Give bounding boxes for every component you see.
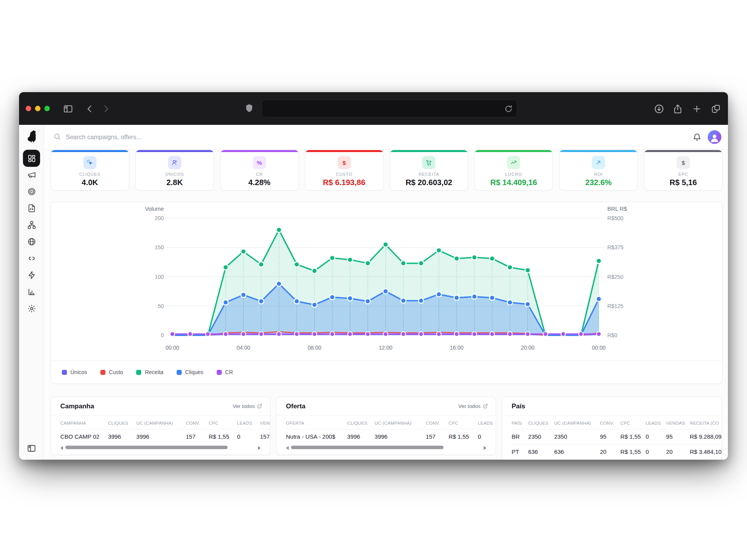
table-row: CBO CAMP 0239963996157R$ 1,550157R [60,429,270,444]
legend-label: CR [225,369,233,375]
table-row: Nutra - USA - 200$39963996157R$ 1,550157 [286,429,496,444]
column-header: CLIQUES [108,416,137,429]
tab-overview-button[interactable] [711,104,721,114]
scrollbar-thumb[interactable] [65,446,228,449]
sidebar-item-landers[interactable] [23,200,40,216]
ver-todos-link[interactable]: Ver todos [233,403,262,409]
table-cell: PT [512,444,528,460]
svg-text:R$0: R$0 [607,332,617,338]
legend-label: Únicos [70,369,87,375]
percent-glyph: % [253,156,266,169]
kpi-value: 232.6% [559,178,637,187]
reload-button[interactable] [504,104,513,114]
legend-item-cr[interactable]: CR [217,369,233,375]
column-header: CLIQUES [528,416,554,429]
scroll-left-arrow[interactable] [286,446,289,450]
cart-icon [422,156,435,169]
new-tab-button[interactable] [692,104,702,114]
ver-todos-link[interactable]: Ver todos [458,403,488,409]
sidebar-item-automations[interactable] [23,267,40,283]
kpi-accent-bar [221,150,298,152]
table-cell: R$ 1,55 [621,444,646,460]
shield-icon [244,103,254,114]
browser-titlebar [19,92,728,125]
sidebar-item-campaigns[interactable] [23,167,40,182]
file-code-icon [27,204,36,213]
sidebar-item-dashboard[interactable] [23,150,40,167]
column-header: OFERTA [286,416,347,429]
svg-text:R$125: R$125 [607,303,623,309]
horizontal-scrollbar[interactable] [286,445,486,450]
table-cell: 157 [426,429,449,444]
back-button[interactable] [85,104,95,114]
kpi-accent-bar [390,150,468,152]
table-cell: 20 [600,444,621,460]
kpi-accent-bar [136,150,214,152]
kpi-card-custo: $CUSTOR$ 6.193,86 [305,150,384,191]
zap-icon [27,271,36,280]
column-header: CONV. [186,416,209,429]
zoom-window-button[interactable] [44,106,50,111]
scrollbar-thumb[interactable] [291,446,444,449]
svg-text:04:00: 04:00 [237,345,250,351]
legend-swatch [62,370,67,375]
kpi-accent-bar [559,150,637,152]
sidebar-toggle-button[interactable] [63,104,73,114]
svg-text:BRL R$: BRL R$ [607,206,627,212]
kpi-accent-bar [305,150,383,152]
close-window-button[interactable] [26,106,31,111]
search-input[interactable]: Search campaigns, offers... [53,133,141,142]
sidebar-collapse-button[interactable] [27,444,36,453]
chart-legend: ÚnicosCustoReceitaCliquesCR [51,360,722,383]
user-avatar[interactable] [708,130,721,144]
table-cell: 95 [600,429,621,444]
legend-item-cliques[interactable]: Cliques [177,369,203,375]
legend-label: Receita [145,369,163,375]
sidebar-item-funnels[interactable] [23,217,40,233]
table-cell: 0 [645,429,666,444]
column-header: CPC [621,416,646,429]
traffic-chart-card: 0R$050R$125100R$250150R$375200R$500Volum… [51,202,722,384]
kpi-label: ÚNICOS [136,172,214,177]
search-placeholder: Search campaigns, offers... [66,134,141,141]
globe-icon [27,237,36,246]
column-header: VENDAS [666,416,690,429]
share-button[interactable] [673,104,683,114]
table-row: BR2350235095R$ 1,55095R$ 9.288,09 [512,429,722,444]
table-cell: Nutra - USA - 200$ [286,429,347,444]
kpi-card-lucro: LUCROR$ 14.409,16 [474,150,553,191]
kpi-value: 4.0K [51,178,129,187]
column-header: UC (CAMPANHA) [554,416,600,429]
legend-item-custo[interactable]: Custo [100,369,123,375]
sidebar-item-settings[interactable] [23,301,40,316]
search-icon [53,133,61,142]
kpi-card-cliques: CLIQUES4.0K [51,150,129,191]
notifications-bell-button[interactable] [693,133,701,142]
dollar-glyph: $ [338,156,351,169]
forward-button[interactable] [101,104,111,114]
table-row: PT63663620R$ 1,55020R$ 3.484,10 [512,444,722,460]
legend-item-únicos[interactable]: Únicos [62,369,87,375]
sidebar-item-domains[interactable] [23,234,40,249]
downloads-button[interactable] [654,104,664,114]
svg-text:R$250: R$250 [607,274,623,280]
scroll-left-arrow[interactable] [60,446,63,450]
kpi-card-roi: ROI232.6% [559,150,638,191]
sidebar-item-links[interactable] [23,250,40,266]
svg-text:150: 150 [155,244,164,250]
bar-chart-icon [27,287,36,296]
svg-text:R$500: R$500 [607,215,623,221]
dog-logo-icon[interactable] [26,130,37,145]
table-title: País [512,402,525,410]
scroll-right-arrow[interactable] [258,446,261,450]
table-cell: 3996 [347,429,374,444]
legend-item-receita[interactable]: Receita [136,369,163,375]
scroll-right-arrow[interactable] [484,446,486,450]
minimize-window-button[interactable] [35,106,40,111]
sidebar-item-reports[interactable] [23,284,40,299]
horizontal-scrollbar[interactable] [60,445,261,450]
dollar-glyph: $ [677,156,690,169]
kpi-value: R$ 20.603,02 [390,178,468,187]
sidebar-item-offers[interactable] [23,184,40,199]
address-bar[interactable] [262,100,517,117]
